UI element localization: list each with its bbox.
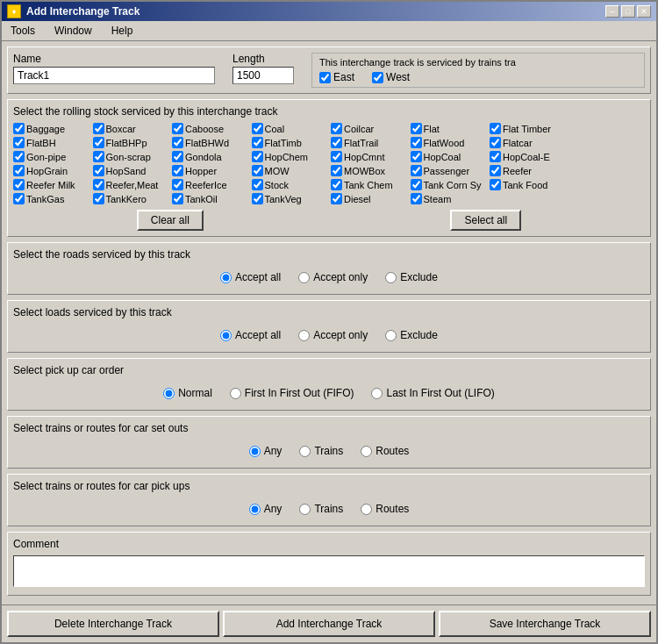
cb-TankCornSy[interactable]: Tank Corn Sy — [411, 179, 487, 190]
roads-accept-all-radio[interactable] — [220, 272, 232, 283]
setouts-any-radio[interactable] — [249, 446, 261, 457]
pickups-routes-label[interactable]: Routes — [361, 503, 409, 515]
car-order-fifo-label[interactable]: First In First Out (FIFO) — [230, 387, 354, 399]
pickups-trains-radio[interactable] — [299, 504, 311, 515]
setouts-trains-radio[interactable] — [299, 446, 311, 457]
cb-FlatBHPp[interactable]: FlatBHPp — [93, 137, 169, 148]
cb-MOW[interactable]: MOW — [252, 165, 328, 176]
car-setouts-title: Select trains or routes for car set outs — [13, 422, 645, 434]
length-input[interactable] — [232, 67, 294, 84]
cb-FlatBH[interactable]: FlatBH — [13, 137, 89, 148]
cb-Steam[interactable]: Steam — [411, 193, 487, 204]
comment-input[interactable] — [13, 555, 645, 587]
cb-FlatWood[interactable]: FlatWood — [411, 137, 487, 148]
cb-Flatcar[interactable]: Flatcar — [490, 137, 645, 148]
cb-Hopper[interactable]: Hopper — [172, 165, 248, 176]
cb-TankFood[interactable]: Tank Food — [490, 179, 645, 190]
cb-Baggage[interactable]: Baggage — [13, 123, 89, 134]
cb-HopSand[interactable]: HopSand — [93, 165, 169, 176]
roads-exclude-label[interactable]: Exclude — [385, 271, 438, 283]
close-button[interactable]: ✕ — [637, 5, 651, 18]
car-pickups-title: Select trains or routes for car pick ups — [13, 480, 645, 492]
roads-exclude-radio[interactable] — [385, 272, 397, 283]
cb-TankChem[interactable]: Tank Chem — [331, 179, 407, 190]
loads-accept-only-label[interactable]: Accept only — [298, 329, 368, 341]
cb-ReeferMilk[interactable]: Reefer Milk — [13, 179, 89, 190]
pickups-any-text: Any — [264, 503, 283, 515]
car-order-normal-radio[interactable] — [163, 388, 175, 399]
add-button[interactable]: Add Interchange Track — [223, 611, 435, 637]
loads-accept-all-radio[interactable] — [220, 330, 232, 341]
cb-Coilcar[interactable]: Coilcar — [331, 123, 407, 134]
cb-Flat[interactable]: Flat — [411, 123, 487, 134]
cb-TankKero[interactable]: TankKero — [93, 193, 169, 204]
roads-accept-only-radio[interactable] — [298, 272, 310, 283]
setouts-routes-radio[interactable] — [361, 446, 372, 457]
cb-HopCoal[interactable]: HopCoal — [411, 151, 487, 162]
save-button[interactable]: Save Interchange Track — [439, 611, 651, 637]
cb-HopGrain[interactable]: HopGrain — [13, 165, 89, 176]
setouts-routes-label[interactable]: Routes — [361, 445, 409, 457]
cb-MOWBox[interactable]: MOWBox — [331, 165, 407, 176]
cb-HopChem[interactable]: HopChem — [252, 151, 328, 162]
cb-Caboose[interactable]: Caboose — [172, 123, 248, 134]
roads-accept-all-label[interactable]: Accept all — [220, 271, 281, 283]
rolling-stock-buttons: Clear all Select all — [13, 210, 645, 231]
cb-FlatTimber[interactable]: Flat Timber — [490, 123, 645, 134]
east-checkbox-label[interactable]: East — [319, 71, 354, 83]
minimize-button[interactable]: ─ — [605, 5, 619, 18]
loads-section: Select loads serviced by this track Acce… — [7, 300, 651, 353]
cb-HopCoalE[interactable]: HopCoal-E — [490, 151, 645, 162]
cb-Gonpipe[interactable]: Gon-pipe — [13, 151, 89, 162]
rolling-stock-title: Select the rolling stock serviced by thi… — [13, 105, 645, 118]
cb-Diesel[interactable]: Diesel — [331, 193, 407, 204]
pickups-any-label[interactable]: Any — [249, 503, 283, 515]
east-checkbox[interactable] — [319, 72, 331, 83]
menu-help[interactable]: Help — [106, 23, 139, 39]
pickups-trains-label[interactable]: Trains — [299, 503, 343, 515]
setouts-trains-label[interactable]: Trains — [299, 445, 343, 457]
cb-ReeferMeat[interactable]: Reefer,Meat — [93, 179, 169, 190]
loads-exclude-radio[interactable] — [385, 330, 397, 341]
car-order-lifo-label[interactable]: Last In First Out (LIFO) — [371, 387, 494, 399]
cb-TankVeg[interactable]: TankVeg — [252, 193, 328, 204]
cb-ReeferIce[interactable]: ReeferIce — [172, 179, 248, 190]
roads-accept-only-text: Accept only — [313, 271, 368, 283]
cb-FlatTrail[interactable]: FlatTrail — [331, 137, 407, 148]
menu-window[interactable]: Window — [49, 23, 97, 39]
setouts-any-label[interactable]: Any — [249, 445, 283, 457]
cb-FlatTimb[interactable]: FlatTimb — [252, 137, 328, 148]
main-window: ♦ Add Interchange Track ─ □ ✕ Tools Wind… — [0, 0, 658, 644]
cb-Coal[interactable]: Coal — [252, 123, 328, 134]
cb-Gondola[interactable]: Gondola — [172, 151, 248, 162]
roads-accept-only-label[interactable]: Accept only — [298, 271, 368, 283]
west-checkbox-label[interactable]: West — [372, 71, 410, 83]
cb-Gonscrap[interactable]: Gon-scrap — [93, 151, 169, 162]
cb-FlatBHWd[interactable]: FlatBHWd — [172, 137, 248, 148]
maximize-button[interactable]: □ — [621, 5, 635, 18]
delete-button[interactable]: Delete Interchange Track — [7, 611, 219, 637]
cb-HopCmnt[interactable]: HopCmnt — [331, 151, 407, 162]
cb-TankOil[interactable]: TankOil — [172, 193, 248, 204]
select-all-button[interactable]: Select all — [450, 210, 521, 231]
cb-Passenger[interactable]: Passenger — [411, 165, 487, 176]
loads-accept-all-label[interactable]: Accept all — [220, 329, 281, 341]
cb-Reefer[interactable]: Reefer — [490, 165, 645, 176]
cb-Boxcar[interactable]: Boxcar — [93, 123, 169, 134]
length-label: Length — [232, 53, 294, 65]
menu-tools[interactable]: Tools — [5, 23, 40, 39]
car-order-normal-label[interactable]: Normal — [163, 387, 212, 399]
pickups-any-radio[interactable] — [249, 504, 261, 515]
name-input[interactable] — [13, 67, 215, 84]
pickups-routes-radio[interactable] — [361, 504, 372, 515]
cb-Stock[interactable]: Stock — [252, 179, 328, 190]
car-order-fifo-radio[interactable] — [230, 388, 241, 399]
car-order-lifo-radio[interactable] — [371, 388, 383, 399]
comment-label: Comment — [13, 538, 645, 550]
loads-exclude-label[interactable]: Exclude — [385, 329, 438, 341]
west-checkbox[interactable] — [372, 72, 383, 83]
car-order-section: Select pick up car order Normal First In… — [7, 358, 651, 411]
cb-TankGas[interactable]: TankGas — [13, 193, 89, 204]
loads-accept-only-radio[interactable] — [298, 330, 310, 341]
clear-all-button[interactable]: Clear all — [137, 210, 204, 231]
